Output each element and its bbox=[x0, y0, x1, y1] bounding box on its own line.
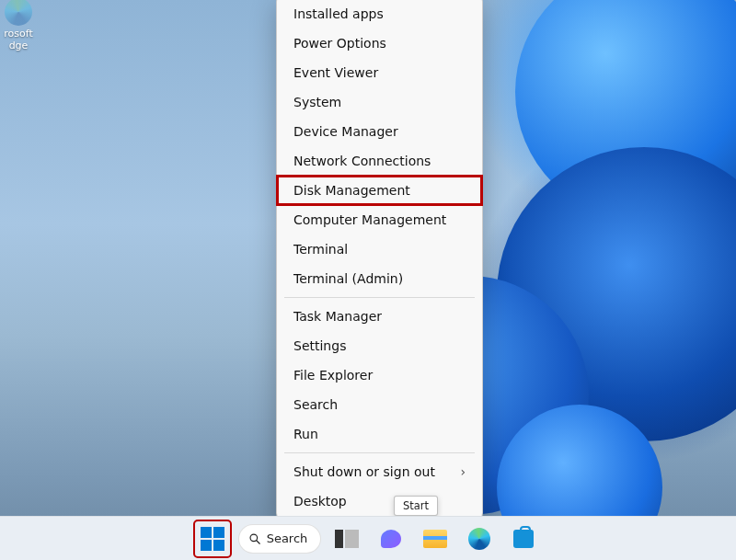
file-explorer-button[interactable] bbox=[417, 520, 454, 557]
winx-context-menu: Installed appsPower OptionsEvent ViewerS… bbox=[276, 0, 483, 520]
winx-item-shut-down-or-sign-out[interactable]: Shut down or sign out bbox=[277, 457, 482, 486]
menu-separator bbox=[284, 452, 475, 453]
winx-item-device-manager[interactable]: Device Manager bbox=[277, 117, 482, 146]
winx-item-network-connections[interactable]: Network Connections bbox=[277, 146, 482, 176]
winx-item-task-manager[interactable]: Task Manager bbox=[277, 302, 482, 331]
folder-icon bbox=[423, 530, 447, 548]
winx-item-computer-management[interactable]: Computer Management bbox=[277, 205, 482, 234]
winx-item-terminal-admin[interactable]: Terminal (Admin) bbox=[277, 264, 482, 293]
desktop-icon-edge[interactable]: rosoft dge bbox=[0, 0, 46, 51]
task-view-button[interactable] bbox=[328, 520, 365, 557]
store-button[interactable] bbox=[505, 520, 542, 557]
winx-item-terminal[interactable]: Terminal bbox=[277, 234, 482, 264]
search-label: Search bbox=[267, 531, 308, 545]
winx-item-power-options[interactable]: Power Options bbox=[277, 29, 482, 58]
winx-item-file-explorer[interactable]: File Explorer bbox=[277, 360, 482, 390]
taskbar-search[interactable]: Search bbox=[238, 524, 322, 554]
winx-item-desktop[interactable]: Desktop bbox=[277, 486, 482, 516]
store-icon bbox=[513, 530, 534, 548]
chat-icon bbox=[381, 530, 401, 548]
edge-button[interactable] bbox=[461, 520, 498, 557]
desktop[interactable]: rosoft dge Installed appsPower OptionsEv… bbox=[0, 0, 736, 560]
start-button[interactable] bbox=[194, 520, 231, 557]
edge-icon bbox=[5, 0, 32, 26]
chat-button[interactable] bbox=[373, 520, 409, 557]
winx-item-search[interactable]: Search bbox=[277, 390, 482, 419]
windows-logo-icon bbox=[201, 527, 224, 551]
desktop-icon-label: rosoft dge bbox=[0, 28, 46, 51]
winx-item-disk-management[interactable]: Disk Management bbox=[277, 176, 482, 205]
winx-item-run[interactable]: Run bbox=[277, 419, 482, 449]
task-view-icon bbox=[335, 530, 359, 548]
edge-icon bbox=[468, 528, 490, 550]
svg-line-1 bbox=[256, 540, 259, 543]
winx-item-system[interactable]: System bbox=[277, 87, 482, 117]
start-tooltip: Start bbox=[394, 496, 438, 516]
taskbar: Search bbox=[0, 516, 736, 560]
winx-item-installed-apps[interactable]: Installed apps bbox=[277, 0, 482, 29]
winx-item-settings[interactable]: Settings bbox=[277, 331, 482, 360]
winx-item-event-viewer[interactable]: Event Viewer bbox=[277, 58, 482, 87]
menu-separator bbox=[284, 297, 475, 298]
search-icon bbox=[248, 532, 261, 545]
